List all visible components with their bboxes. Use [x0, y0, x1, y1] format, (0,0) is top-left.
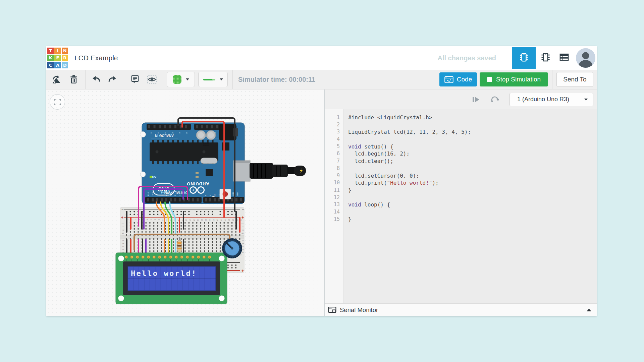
component-list-view-button[interactable]	[555, 47, 573, 69]
code-panel: 1 (Arduino Uno R3) 1#include <LiquidCrys…	[324, 89, 597, 316]
svg-text:22: 22	[209, 219, 210, 221]
logo-tile: T	[47, 48, 54, 54]
svg-text:17: 17	[189, 219, 191, 221]
code-line[interactable]: 7 lcd.clear();	[325, 158, 597, 165]
code-text: #include <LiquidCrystal.h>	[343, 114, 432, 121]
send-to-label: Send To	[563, 76, 586, 83]
svg-text:b: b	[122, 249, 124, 250]
code-button[interactable]: </ Code	[439, 72, 477, 86]
code-line[interactable]: 14	[325, 208, 597, 216]
project-title[interactable]: LCD Example	[74, 54, 118, 62]
svg-text:25: 25	[220, 219, 222, 221]
arduino-uno-board[interactable]: A5A4A3A2A1A0VinGNDGND5V3.3VRESETIOREFRX+…	[140, 123, 245, 204]
stop-simulation-button[interactable]: Stop Simulation	[480, 72, 548, 86]
svg-text:i: i	[122, 227, 124, 227]
table-icon	[559, 52, 569, 64]
svg-text:+: +	[121, 215, 123, 220]
schematic-view-button[interactable]	[536, 47, 555, 69]
send-to-button[interactable]: Send To	[556, 72, 593, 87]
delete-button[interactable]	[67, 72, 80, 87]
potentiometer[interactable]	[222, 238, 242, 258]
code-window-icon: </	[444, 76, 453, 83]
line-number: 2	[325, 121, 343, 129]
line-number: 1	[325, 114, 343, 121]
code-line[interactable]: 4	[325, 136, 597, 143]
code-line[interactable]: 13void loop() {	[325, 201, 597, 208]
stop-icon	[487, 77, 492, 82]
svg-text:A5: A5	[150, 132, 152, 134]
usb-cable[interactable]	[233, 161, 306, 181]
svg-text:20: 20	[201, 219, 203, 221]
step-debug-button[interactable]	[471, 95, 481, 105]
svg-text:28: 28	[232, 219, 234, 221]
tinkercad-app-window: TINKERCAD LCD Example All changes saved	[46, 46, 597, 316]
eye-icon	[147, 74, 157, 84]
board-select-dropdown[interactable]: 1 (Arduino Uno R3)	[509, 93, 593, 106]
code-text	[343, 136, 348, 143]
line-number: 14	[325, 208, 343, 216]
component-color-dropdown[interactable]	[167, 72, 195, 87]
code-line[interactable]: 15}	[325, 216, 597, 223]
code-text	[343, 194, 348, 201]
logo-tile: E	[54, 55, 61, 61]
simulator-time: Simulator time: 00:00:11	[238, 76, 315, 83]
svg-text:23: 23	[213, 219, 214, 221]
logo-tile: N	[62, 48, 68, 54]
code-line[interactable]: 3LiquidCrystal lcd(12, 11, 2, 3, 4, 5);	[325, 128, 597, 136]
rotate-button[interactable]	[50, 72, 63, 87]
header-view-switcher	[512, 46, 597, 70]
code-editor[interactable]: 1#include <LiquidCrystal.h>23LiquidCryst…	[325, 109, 597, 304]
tinkercad-logo[interactable]: TINKERCAD	[47, 48, 68, 68]
breadboard-view-button[interactable]	[512, 47, 536, 69]
svg-text:f: f	[122, 236, 124, 236]
svg-text:26: 26	[224, 219, 226, 221]
svg-text:A0: A0	[186, 132, 187, 134]
svg-text:18: 18	[193, 219, 195, 221]
svg-text:g: g	[241, 233, 244, 234]
undo-button[interactable]	[90, 72, 103, 87]
code-line[interactable]: 11}	[325, 187, 597, 194]
notes-icon	[130, 75, 140, 84]
lcd-display[interactable]: Hello world!	[116, 253, 227, 304]
visibility-button[interactable]	[144, 72, 160, 87]
zoom-to-fit-button[interactable]	[50, 94, 65, 110]
restart-simulation-button[interactable]	[490, 95, 500, 105]
notes-button[interactable]	[128, 72, 142, 87]
user-avatar[interactable]	[576, 48, 595, 68]
wire-style-dropdown[interactable]	[198, 72, 228, 87]
code-text	[343, 165, 348, 172]
redo-button[interactable]	[106, 72, 119, 87]
serial-monitor-bar[interactable]: Serial Monitor	[325, 303, 597, 316]
code-line[interactable]: 6 lcd.begin(16, 2);	[325, 150, 597, 158]
code-text: }	[343, 216, 352, 223]
logo-tile: A	[54, 62, 61, 68]
chevron-down-icon	[186, 78, 189, 80]
person-icon	[576, 48, 595, 68]
svg-text:A3: A3	[164, 132, 166, 134]
svg-text:10: 10	[162, 219, 163, 221]
code-line[interactable]: 2	[325, 121, 597, 129]
code-line[interactable]: 8	[325, 165, 597, 172]
redo-icon	[108, 75, 117, 84]
svg-text:A2: A2	[172, 132, 173, 134]
main-toolbar: Simulator time: 00:00:11 </ Code Stop Si…	[46, 70, 597, 89]
code-line[interactable]: 10 lcd.print("Hello world!");	[325, 179, 597, 187]
code-line[interactable]: 1#include <LiquidCrystal.h>	[325, 114, 597, 121]
svg-text:AREF: AREF	[237, 192, 238, 196]
code-text	[343, 208, 348, 216]
code-line[interactable]: 12	[325, 194, 597, 201]
on-led-label: ON	[152, 175, 156, 178]
code-line[interactable]: 9 lcd.setCursor(0, 0);	[325, 172, 597, 180]
circuit-drawing: − − + + − + 1234567891011121314151617181…	[46, 89, 324, 316]
svg-text:a: a	[242, 252, 244, 253]
svg-text:b: b	[242, 249, 244, 250]
code-line[interactable]: 5void setup() {	[325, 143, 597, 150]
line-number: 12	[325, 194, 343, 201]
svg-text:9: 9	[210, 195, 211, 196]
code-text: void setup() {	[343, 143, 393, 150]
logo-tile: K	[47, 55, 54, 61]
circuit-canvas[interactable]: − − + + − + 1234567891011121314151617181…	[46, 89, 324, 316]
svg-text:d: d	[242, 243, 244, 244]
collapse-caret-icon[interactable]	[587, 309, 591, 311]
chevron-down-icon	[584, 99, 588, 101]
